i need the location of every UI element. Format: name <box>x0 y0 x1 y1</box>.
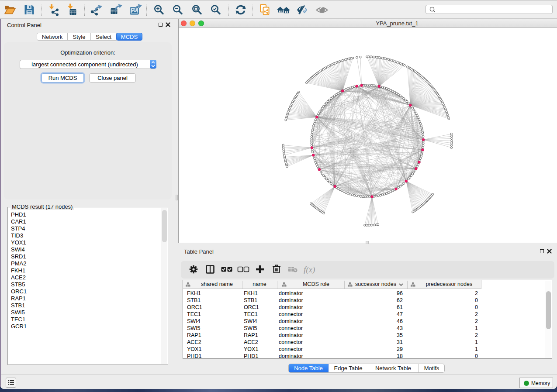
svg-text:f(x): f(x) <box>304 265 315 275</box>
